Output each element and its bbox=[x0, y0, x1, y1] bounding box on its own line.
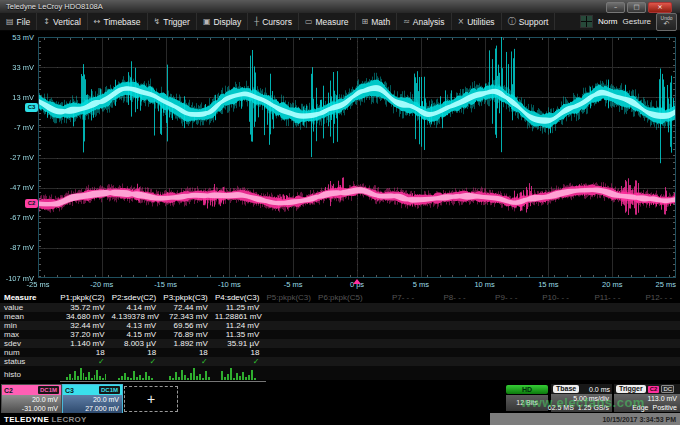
status-check-icon: ✓ bbox=[201, 357, 208, 366]
histogram-bar bbox=[133, 371, 135, 380]
sample-count: 62.5 MS bbox=[548, 403, 574, 412]
histogram-bar bbox=[254, 378, 256, 380]
measure-column-header-p10[interactable]: P10- - - bbox=[524, 293, 576, 302]
measure-column-header-p12[interactable]: P12- - - bbox=[628, 293, 680, 302]
measure-row-histo: histo bbox=[0, 366, 680, 380]
channel-descriptor-C3[interactable]: C3DC1M20.0 mV27.000 mV bbox=[62, 384, 123, 414]
menu-item-support-label: Support bbox=[519, 17, 549, 27]
calculator-icon: ⊞ bbox=[362, 17, 369, 26]
measure-column-header-p2[interactable]: P2:sdev(C2) bbox=[112, 293, 164, 302]
measure-column-header-p9[interactable]: P9- - - bbox=[473, 293, 525, 302]
measure-histogram-cell bbox=[266, 367, 318, 382]
menu-item-math[interactable]: ⊞Math bbox=[356, 13, 398, 30]
x-axis-label: 5 ms bbox=[399, 280, 443, 289]
channel-id-label: C3 bbox=[65, 387, 74, 394]
menu-item-utilities[interactable]: ×Utilities bbox=[452, 13, 502, 30]
menu-items: ▤File↕Vertical↔Timebase↯Trigger▣Display┼… bbox=[0, 13, 555, 30]
channel-marker-C3[interactable]: C3 bbox=[25, 103, 38, 112]
menu-item-support[interactable]: ⓘSupport bbox=[502, 13, 556, 30]
histogram-bar bbox=[193, 368, 195, 380]
measure-num-cell: 18 bbox=[60, 348, 112, 357]
undo-button[interactable]: Undo ↶ bbox=[656, 13, 677, 31]
menu-item-cursors[interactable]: ┼Cursors bbox=[248, 13, 299, 30]
timebase-descriptor[interactable]: Tbase 0.0 ms 5.00 ms/div 62.5 MS 1.25 GS… bbox=[551, 384, 612, 412]
measure-mean-cell: 4.139378 mV bbox=[112, 312, 164, 321]
histogram-bar bbox=[124, 373, 126, 380]
measure-sdev-cell: 1.892 mV bbox=[163, 339, 215, 348]
measure-sdev-cell: 8.003 µV bbox=[112, 339, 164, 348]
measure-max-cell: 37.20 mV bbox=[60, 330, 112, 339]
measure-sdev-cell: 35.91 µV bbox=[215, 339, 267, 348]
measure-min-cell: 69.56 mV bbox=[163, 321, 215, 330]
minimize-button[interactable]: – bbox=[606, 2, 625, 13]
gesture-label[interactable]: Gesture bbox=[623, 17, 651, 26]
histogram-bar bbox=[72, 378, 74, 380]
histogram-bar bbox=[248, 375, 250, 380]
status-check-icon: ✓ bbox=[253, 357, 260, 366]
measure-status-cell: ✓ bbox=[112, 357, 164, 366]
close-button[interactable]: × bbox=[648, 2, 672, 13]
measure-row-max: max37.20 mV4.15 mV76.89 mV11.35 mV bbox=[0, 330, 680, 339]
measure-column-header-p6[interactable]: P6:pkpk(C5) bbox=[318, 293, 370, 302]
histogram-bar bbox=[105, 374, 107, 380]
x-axis-label: -15 ms bbox=[144, 280, 188, 289]
measure-column-header-p4[interactable]: P4:sdev(C3) bbox=[215, 293, 267, 302]
trigger-position-marker[interactable] bbox=[353, 279, 361, 284]
channel-descriptor-C2[interactable]: C2DC1M20.0 mV-31.000 mV bbox=[1, 384, 62, 414]
grid-layout-icon[interactable] bbox=[580, 15, 593, 28]
status-check-icon: ✓ bbox=[149, 357, 156, 366]
trigger-coupling-badge: DC bbox=[661, 385, 674, 393]
menu-item-timebase[interactable]: ↔Timebase bbox=[88, 13, 148, 30]
x-axis-label: 25 ms bbox=[632, 280, 676, 289]
menu-item-trigger[interactable]: ↯Trigger bbox=[148, 13, 197, 30]
menu-item-display[interactable]: ▣Display bbox=[197, 13, 248, 30]
measure-histogram-cell bbox=[112, 366, 164, 382]
measure-row-label: value bbox=[0, 303, 60, 312]
histogram-bar bbox=[102, 378, 104, 380]
measure-mean-cell: 11.28861 mV bbox=[215, 312, 267, 321]
menu-item-file[interactable]: ▤File bbox=[0, 13, 37, 30]
channel-descriptor-header: C3DC1M bbox=[63, 385, 122, 395]
measure-column-header-p5[interactable]: P5:pkpk(C3) bbox=[266, 293, 318, 302]
measure-max-cell: 76.89 mV bbox=[163, 330, 215, 339]
histogram-bar bbox=[199, 374, 201, 380]
ruler-icon: ▭ bbox=[305, 17, 313, 26]
x-axis-label: -10 ms bbox=[207, 280, 251, 289]
measure-column-header-p11[interactable]: P11- - - bbox=[576, 293, 628, 302]
add-trace-button[interactable]: + bbox=[124, 386, 178, 412]
measure-column-header-p7[interactable]: P7- - - bbox=[370, 293, 422, 302]
trigger-descriptor[interactable]: Trigger C2 DC 113.0 mV Edge Positive bbox=[614, 384, 680, 412]
channel-marker-C2[interactable]: C2 bbox=[25, 199, 38, 208]
channel-offset: 27.000 mV bbox=[63, 404, 119, 413]
x-axis-label: -20 ms bbox=[80, 280, 124, 289]
measure-value-cell: 4.14 mV bbox=[112, 303, 164, 312]
measure-min-cell: 32.44 mV bbox=[60, 321, 112, 330]
histogram-bar bbox=[245, 377, 247, 380]
measure-value-cell: 35.72 mV bbox=[60, 303, 112, 312]
x-axis-label: 20 ms bbox=[590, 280, 634, 289]
channel-id-label: C2 bbox=[4, 387, 13, 394]
waveform-display[interactable] bbox=[38, 37, 676, 278]
menu-item-vertical[interactable]: ↕Vertical bbox=[37, 13, 88, 30]
measure-column-header-p3[interactable]: P3:pkpk(C3) bbox=[163, 293, 215, 302]
histogram-bar bbox=[148, 376, 150, 380]
measure-histogram-cell bbox=[60, 366, 112, 382]
measure-row-label: min bbox=[0, 321, 60, 330]
histogram-bar bbox=[224, 377, 226, 380]
measure-column-header-p1[interactable]: P1:pkpk(C2) bbox=[60, 293, 112, 302]
histogram-bar bbox=[69, 374, 71, 380]
status-check-icon: ✓ bbox=[98, 357, 105, 366]
measure-histogram-cell bbox=[163, 366, 215, 382]
waveform-icon: ≈ bbox=[403, 17, 410, 26]
menu-item-file-label: File bbox=[17, 17, 31, 27]
histogram-bar bbox=[181, 370, 183, 380]
x-axis-label: 10 ms bbox=[463, 280, 507, 289]
oscilloscope-screen: Teledyne LeCroy HDO8108A – □ × ▤File↕Ver… bbox=[0, 0, 680, 425]
measure-row-label: status bbox=[0, 357, 60, 366]
timestamp-segment: 10/15/2017 3:34:53 PM bbox=[490, 413, 680, 425]
menu-item-measure[interactable]: ▭Measure bbox=[299, 13, 356, 30]
maximize-button[interactable]: □ bbox=[627, 2, 646, 13]
measure-column-header-p8[interactable]: P8- - - bbox=[421, 293, 473, 302]
histogram-bar bbox=[145, 372, 147, 380]
menu-item-analysis[interactable]: ≈Analysis bbox=[397, 13, 451, 30]
